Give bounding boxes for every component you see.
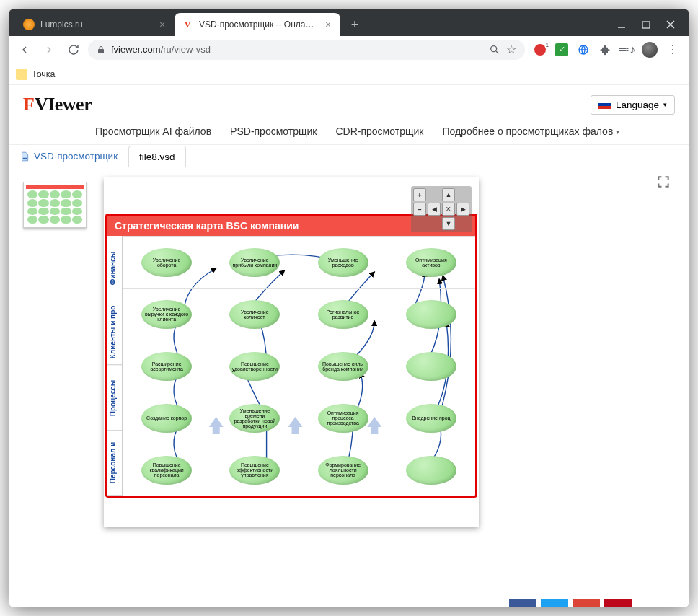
file-tabs: VSD-просмотрщик file8.vsd [9,145,689,167]
url-text: fviewer.com/ru/view-vsd [111,44,483,55]
close-icon[interactable]: × [323,19,333,30]
extensions-area: 1 ✓ ≕♪ ⋮ [529,42,684,58]
extension-icon[interactable] [577,43,590,56]
map-node: Внедрение проц [406,404,456,433]
folder-icon [16,69,27,80]
maximize-icon[interactable] [642,20,650,29]
lock-icon [97,45,105,54]
svg-rect-7 [23,157,27,159]
browser-tab-lumpics[interactable]: Lumpics.ru × [16,13,174,36]
map-node [406,456,456,485]
forward-button[interactable] [39,40,59,60]
map-node: Увеличение количест. [229,300,280,329]
map-node: Создание корпор [141,404,192,433]
svg-rect-1 [642,22,650,28]
browser-window: Lumpics.ru × V VSD-просмотрщик -- Онлайн… [9,9,689,607]
zoom-out-button[interactable]: − [413,203,426,216]
social-google[interactable] [573,599,600,607]
menu-icon[interactable]: ⋮ [666,43,679,56]
logo[interactable]: FVIewer [23,94,92,115]
browser-tab-fviewer[interactable]: V VSD-просмотрщик -- Онлайн п… × [174,13,340,36]
svg-point-4 [491,45,497,51]
tab-vsd-viewer[interactable]: VSD-просмотрщик [9,145,128,167]
svg-line-5 [496,51,498,53]
strategy-map: Увеличение оборота Увеличение прибыли ко… [122,236,475,496]
tab-label: VSD-просмотрщик [34,151,118,162]
vsd-icon [19,151,30,162]
tab-title: Lumpics.ru [40,19,151,30]
reload-button[interactable] [63,40,84,60]
label-process: Процессы [107,366,122,431]
map-node: Увеличение оборота [141,248,192,277]
social-pinterest[interactable] [604,599,632,607]
tab-strip: Lumpics.ru × V VSD-просмотрщик -- Онлайн… [9,9,603,36]
window-controls [603,20,689,36]
profile-avatar[interactable] [642,42,658,58]
map-node: Оптимизация активов [406,248,456,277]
pan-right-button[interactable]: ▶ [456,203,469,216]
back-button[interactable] [14,40,35,60]
extension-icon[interactable]: ✓ [555,43,568,56]
pan-left-button[interactable]: ◀ [428,203,441,216]
social-twitter[interactable] [541,599,568,607]
site-header: FVIewer Language ▾ [9,85,689,120]
label-clients: Клиенты и про [107,300,122,365]
caret-down-icon: ▾ [616,128,619,136]
map-node [406,300,456,329]
social-facebook[interactable] [509,599,536,607]
map-node: Уменьшение времени разработки новой прод… [229,404,280,433]
star-icon[interactable]: ☆ [506,43,516,56]
pan-up-button[interactable]: ▲ [442,188,455,201]
map-node: Расширение ассортимента [141,352,192,381]
address-bar: fviewer.com/ru/view-vsd ☆ 1 ✓ ≕♪ ⋮ [9,36,689,63]
tab-title: VSD-просмотрщик -- Онлайн п… [199,19,317,30]
close-icon[interactable]: × [157,19,167,30]
flag-icon [598,100,611,109]
fullscreen-button[interactable] [656,175,672,190]
zoom-in-button[interactable]: + [413,188,426,201]
tab-label: file8.vsd [139,151,175,162]
map-node [406,352,456,381]
url-input[interactable]: fviewer.com/ru/view-vsd ☆ [88,40,525,60]
extension-icon[interactable]: 1 [534,43,547,56]
thumbnail-panel [23,177,89,228]
pan-down-button[interactable]: ▼ [442,217,455,230]
map-node: Повышение силы бренда компании [318,352,368,381]
page-thumbnail[interactable] [23,182,87,228]
new-tab-button[interactable]: + [345,14,365,35]
bookmarks-bar: Точка [9,63,689,85]
minimize-icon[interactable] [617,20,626,29]
extension-icon[interactable]: ≕♪ [620,43,633,56]
language-label: Language [616,100,659,110]
row-labels: Финансы Клиенты и про Процессы Персонал … [107,236,122,496]
language-button[interactable]: Language ▾ [591,95,675,115]
favicon-fviewer: V [182,19,193,30]
nav-psd[interactable]: PSD-просмотрщик [230,126,317,137]
search-in-page-icon[interactable] [489,44,500,56]
extensions-icon[interactable] [598,43,611,56]
favicon-lumpics [23,19,35,30]
social-buttons [509,599,632,607]
close-icon[interactable] [666,20,675,29]
caret-down-icon: ▾ [663,101,667,108]
page-content: FVIewer Language ▾ Просмотрщик AI файлов… [9,85,689,607]
zoom-controls: + − ▲ ◀✕▶ ▼ [411,186,472,232]
map-node: Повышение удовлетворенности [229,352,280,381]
nav-cdr[interactable]: CDR-просмотрщик [335,126,423,137]
titlebar: Lumpics.ru × V VSD-просмотрщик -- Онлайн… [9,9,689,36]
tab-file[interactable]: file8.vsd [128,146,186,167]
main-nav: Просмотрщик AI файлов PSD-просмотрщик CD… [9,120,689,145]
document-preview[interactable]: + − ▲ ◀✕▶ ▼ Стратегическая карта BSC ком… [104,177,479,527]
nav-ai[interactable]: Просмотрщик AI файлов [95,126,211,137]
map-node: Повышение квалификации персонала [141,456,192,485]
map-node: Увеличение выручки с каждого клиента [141,300,192,329]
bookmark-item[interactable]: Точка [32,69,56,79]
viewer-area: + − ▲ ◀✕▶ ▼ Стратегическая карта BSC ком… [9,167,689,571]
map-node: Уменьшение расходов [318,248,368,277]
map-node: Увеличение прибыли компании [229,248,280,277]
map-node: Оптимизация процесса производства [318,404,368,433]
nav-more[interactable]: Подробнее о просмотрщиках фалов▾ [442,126,619,137]
map-node: Повышение эффективности управления [229,456,280,485]
map-node: Региональное развитие [318,300,368,329]
reset-view-button[interactable]: ✕ [442,203,455,216]
